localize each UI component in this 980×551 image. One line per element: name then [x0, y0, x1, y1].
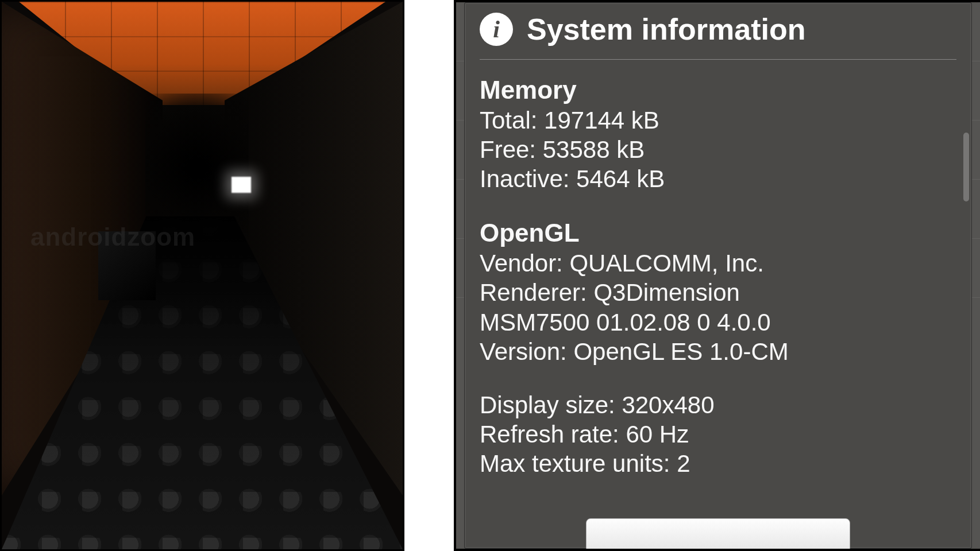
system-information-dialog: System information Memory Total: 197144 …	[464, 2, 972, 549]
display-size: Display size: 320x480	[480, 390, 956, 420]
memory-section: Memory Total: 197144 kB Free: 53588 kB I…	[480, 75, 956, 193]
ok-button[interactable]	[586, 518, 850, 551]
memory-heading: Memory	[480, 75, 956, 106]
memory-total: Total: 197144 kB	[480, 106, 956, 135]
display-texunits: Max texture units: 2	[480, 449, 956, 478]
dialog-body[interactable]: Memory Total: 197144 kB Free: 53588 kB I…	[480, 60, 956, 479]
corridor-screenshot: androidzoom	[0, 0, 404, 551]
opengl-version: Version: OpenGL ES 1.0-CM	[480, 337, 956, 366]
opengl-heading: OpenGL	[480, 218, 956, 249]
dialog-title: System information	[527, 12, 805, 46]
screenshot-divider	[404, 0, 454, 551]
memory-free: Free: 53588 kB	[480, 135, 956, 164]
system-info-screenshot: Run full benchmark Run custom benchmark …	[454, 0, 980, 551]
info-icon	[480, 13, 513, 46]
corridor-crate	[98, 231, 156, 300]
dialog-scrollbar[interactable]	[963, 133, 969, 201]
opengl-renderer-line1: Renderer: Q3Dimension	[480, 278, 956, 307]
memory-inactive: Inactive: 5464 kB	[480, 164, 956, 193]
opengl-section: OpenGL Vendor: QUALCOMM, Inc. Renderer: …	[480, 218, 956, 366]
corridor-light	[232, 177, 251, 193]
dialog-header: System information	[480, 9, 956, 60]
display-section: Display size: 320x480 Refresh rate: 60 H…	[480, 390, 956, 479]
display-refresh: Refresh rate: 60 Hz	[480, 420, 956, 449]
opengl-renderer-line2: MSM7500 01.02.08 0 4.0.0	[480, 308, 956, 337]
opengl-vendor: Vendor: QUALCOMM, Inc.	[480, 249, 956, 278]
